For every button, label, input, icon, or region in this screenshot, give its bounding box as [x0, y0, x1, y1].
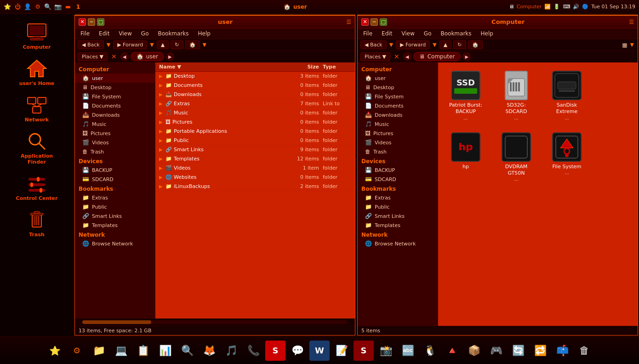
user-min-button[interactable]: − [88, 18, 95, 26]
computer-sidebar-item-music[interactable]: 🎵Music [358, 119, 438, 129]
find-icon[interactable]: 🔍 [44, 3, 51, 11]
computer-sidebar-item-smartlinks[interactable]: 🔗Smart Links [358, 211, 438, 221]
computer-menu-go[interactable]: Go [422, 30, 434, 37]
user-sidebar-item-downloads[interactable]: 📥Downloads [75, 110, 155, 119]
dock-clipboard[interactable]: 📋 [133, 341, 153, 361]
computer-sidebar-item-browse[interactable]: 🌐Browse Network [358, 239, 438, 248]
user-menu-view[interactable]: View [117, 30, 133, 37]
user-sidebar-item-sdcard[interactable]: 💳SDCARD [75, 175, 155, 184]
icon-item-dvd[interactable]: DVDRAM GT50N ... [493, 129, 539, 186]
table-row[interactable]: ▶🎵Music 0 items folder [155, 108, 355, 118]
computer-close-button[interactable]: ✕ [361, 18, 369, 26]
computer-menu-help[interactable]: Help [479, 30, 495, 37]
user-loc-prev[interactable]: ◀ [120, 52, 129, 61]
computer-back-button[interactable]: ◀ Back [360, 40, 387, 49]
dock-star[interactable]: ⭐ [45, 341, 65, 361]
user-menu-go[interactable]: Go [139, 30, 151, 37]
dock-files[interactable]: 📁 [89, 341, 109, 361]
user-sidebar-item-music[interactable]: 🎵Music [75, 119, 155, 129]
sidebar-item-app-finder[interactable]: Application Finder [9, 127, 64, 168]
user-sidebar-item-filesystem[interactable]: 💾File System [75, 92, 155, 101]
user-sidebar-item-browse-network[interactable]: 🌐Browse Network [75, 239, 155, 248]
users-icon[interactable]: 👤 [24, 3, 31, 11]
computer-location-close[interactable]: ✕ [392, 53, 401, 60]
computer-home-button[interactable]: 🏠 [468, 40, 483, 49]
computer-forward-arrow[interactable]: ▼ [432, 41, 437, 49]
user-max-button[interactable]: □ [97, 18, 104, 26]
computer-back-arrow[interactable]: ▼ [388, 41, 394, 49]
user-sidebar-item-user[interactable]: 🏠user [75, 74, 155, 83]
computer-sidebar-item-pictures[interactable]: 🖼Pictures [358, 129, 438, 138]
user-sidebar-item-backup[interactable]: 💾BACKUP [75, 165, 155, 175]
dock-refresh[interactable]: 🔄 [508, 341, 528, 361]
dock-note[interactable]: 📝 [331, 341, 352, 361]
dock-steam[interactable]: 🎮 [486, 341, 506, 361]
computer-sidebar-item-sdcard[interactable]: 💳SDCARD [358, 175, 438, 184]
table-row[interactable]: ▶📁Portable Applications 0 items folder [155, 127, 355, 136]
user-sidebar-item-pictures[interactable]: 🖼Pictures [75, 129, 155, 138]
icon-item-hp[interactable]: hp hp [443, 129, 489, 186]
sidebar-item-control-center[interactable]: Control Center [9, 170, 64, 204]
dock-music[interactable]: 🎵 [221, 341, 241, 361]
user-sidebar-item-extras[interactable]: 📁Extras [75, 193, 155, 202]
term-icon[interactable]: ▬ [64, 3, 72, 11]
icon-item-filesystem[interactable]: File System ... [544, 129, 590, 186]
user-location-close[interactable]: ✕ [109, 53, 119, 60]
computer-sidebar-item-documents[interactable]: 📄Documents [358, 101, 438, 110]
user-sidebar-item-videos[interactable]: 🎬Videos [75, 138, 155, 147]
computer-sidebar-item-videos[interactable]: 🎬Videos [358, 138, 438, 147]
computer-max-button[interactable]: □ [380, 18, 387, 26]
computer-sidebar-item-desktop[interactable]: 🖥Desktop [358, 83, 438, 92]
dock-trash-bottom[interactable]: 🗑 [574, 341, 594, 361]
computer-menu-icon[interactable]: ☰ [629, 19, 634, 25]
sidebar-item-network[interactable]: Network [9, 91, 64, 125]
user-back-button[interactable]: ◀ Back [78, 40, 104, 49]
user-menu-edit[interactable]: Edit [97, 30, 111, 37]
computer-menu-bookmarks[interactable]: Bookmarks [439, 30, 473, 37]
dock-fox[interactable]: 🦊 [199, 341, 219, 361]
dock-phone[interactable]: 📞 [243, 341, 263, 361]
table-row[interactable]: ▶🖼Pictures 0 items folder [155, 118, 355, 127]
user-menu-help[interactable]: Help [196, 30, 212, 37]
user-sidebar-item-trash[interactable]: 🗑Trash [75, 147, 155, 156]
user-refresh-button[interactable]: ↻ [171, 40, 183, 49]
dock-computer[interactable]: 💻 [111, 341, 131, 361]
computer-sidebar-item-downloads[interactable]: 📥Downloads [358, 110, 438, 119]
user-sidebar-item-templates[interactable]: 📁Templates [75, 221, 155, 230]
table-row[interactable]: ▶📁Documents 0 items folder [155, 81, 355, 90]
dock-search[interactable]: 🔍 [177, 341, 197, 361]
computer-sidebar-item-trash[interactable]: 🗑Trash [358, 147, 438, 156]
user-up-button[interactable]: ▲ [157, 40, 169, 49]
table-row[interactable]: ▶🌐Websites 0 items folder [155, 173, 355, 182]
power-icon[interactable]: ⏻ [14, 3, 21, 11]
icon-item-ssd[interactable]: SSD Patriot Burst: BACKUP ... [443, 67, 489, 124]
user-close-button[interactable]: ✕ [79, 18, 86, 26]
computer-menu-view[interactable]: View [399, 30, 416, 37]
user-col-name-header[interactable]: Name ▼ [159, 64, 287, 70]
computer-menu-file[interactable]: File [361, 30, 374, 37]
dock-package[interactable]: 📦 [464, 341, 484, 361]
computer-sidebar-item-templates[interactable]: 📁Templates [358, 221, 438, 230]
user-forward-arrow[interactable]: ▼ [149, 41, 154, 49]
computer-menu-edit[interactable]: Edit [380, 30, 394, 37]
computer-refresh-button[interactable]: ↻ [453, 40, 466, 49]
dock-linux[interactable]: 🐧 [420, 341, 440, 361]
table-row[interactable]: ▶📁Templates 12 items folder [155, 154, 355, 164]
dock-charts[interactable]: 📊 [155, 341, 175, 361]
user-places-button[interactable]: Places ▼ [78, 52, 108, 61]
icon-item-sdcard[interactable]: SD32G: SDCARD ... [493, 67, 539, 124]
icon-item-sandisk[interactable]: SanDisk Extreme ... [544, 67, 590, 124]
computer-sidebar-item-user[interactable]: 🏠user [358, 74, 438, 83]
user-sidebar-item-documents[interactable]: 📄Documents [75, 101, 155, 110]
computer-toolbar-arrow[interactable]: ▼ [629, 41, 635, 49]
dock-text[interactable]: 🔤 [398, 341, 418, 361]
table-row[interactable]: ▶🎬Videos 1 item folder [155, 164, 355, 173]
screenshot-icon[interactable]: 📷 [54, 3, 62, 11]
user-toolbar-arrow[interactable]: ▼ [202, 41, 207, 49]
table-row[interactable]: ▶🔗Extras 7 items Link to [155, 99, 355, 108]
computer-loc-next[interactable]: ▶ [462, 52, 471, 61]
table-row[interactable]: ▶📥Downloads 0 items folder [155, 90, 355, 99]
dock-s2[interactable]: S [354, 341, 374, 361]
dock-w[interactable]: W [309, 341, 330, 361]
sidebar-item-users-home[interactable]: user's Home [9, 55, 64, 89]
